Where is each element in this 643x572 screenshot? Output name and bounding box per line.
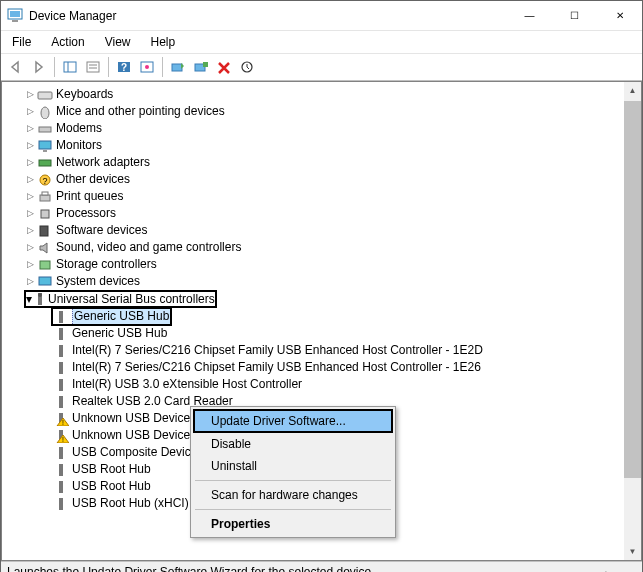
menu-file[interactable]: File	[9, 34, 34, 50]
svg-rect-27	[40, 226, 48, 236]
status-bar: Launches the Update Driver Software Wiza…	[1, 561, 642, 572]
svg-rect-14	[203, 62, 208, 67]
device-manager-window: Device Manager — ☐ ✕ File Action View He…	[0, 0, 643, 572]
tree-node-generic-usb-hub-2[interactable]: Generic USB Hub	[2, 325, 641, 342]
tree-node-processors[interactable]: ▷Processors	[2, 205, 641, 222]
usb-device-icon	[53, 343, 69, 359]
tree-node-monitors[interactable]: ▷Monitors	[2, 137, 641, 154]
svg-text:!: !	[62, 436, 64, 443]
keyboard-icon	[37, 87, 53, 103]
svg-rect-36	[59, 379, 63, 391]
context-properties[interactable]: Properties	[193, 513, 393, 535]
usb-warning-icon: !	[53, 411, 69, 427]
app-icon	[7, 8, 23, 24]
software-icon	[37, 223, 53, 239]
tree-node-intel-2[interactable]: Intel(R) 7 Series/C216 Chipset Family US…	[2, 359, 641, 376]
usb-device-icon	[53, 394, 69, 410]
svg-rect-35	[59, 362, 63, 374]
svg-point-31	[38, 293, 42, 297]
tree-node-usb[interactable]: Universal Serial Bus controllers	[48, 292, 215, 306]
context-disable[interactable]: Disable	[193, 433, 393, 455]
toolbar: ?	[1, 53, 642, 81]
window-title: Device Manager	[29, 9, 507, 23]
svg-point-17	[41, 107, 49, 119]
scrollbar[interactable]: ▲ ▼	[624, 82, 641, 560]
svg-rect-45	[59, 498, 63, 510]
titlebar: Device Manager — ☐ ✕	[1, 1, 642, 31]
scan-hardware-button[interactable]	[236, 56, 258, 78]
context-uninstall[interactable]: Uninstall	[193, 455, 393, 477]
sound-icon	[37, 240, 53, 256]
tree-node-print[interactable]: ▷Print queues	[2, 188, 641, 205]
minimize-button[interactable]: —	[507, 1, 552, 30]
context-scan[interactable]: Scan for hardware changes	[193, 484, 393, 506]
help-button[interactable]: ?	[113, 56, 135, 78]
svg-rect-37	[59, 396, 63, 408]
tree-node-intel-3[interactable]: Intel(R) USB 3.0 eXtensible Host Control…	[2, 376, 641, 393]
svg-rect-19	[39, 141, 51, 149]
mouse-icon	[37, 104, 53, 120]
system-icon	[37, 274, 53, 290]
tree-node-sound[interactable]: ▷Sound, video and game controllers	[2, 239, 641, 256]
tree-node-storage[interactable]: ▷Storage controllers	[2, 256, 641, 273]
tree-node-system[interactable]: ▷System devices	[2, 273, 641, 290]
context-update-driver[interactable]: Update Driver Software...	[193, 409, 393, 433]
tree-node-generic-usb-hub-1[interactable]: Generic USB Hub	[52, 308, 171, 325]
svg-rect-43	[59, 464, 63, 476]
show-hide-tree-button[interactable]	[59, 56, 81, 78]
cpu-icon	[37, 206, 53, 222]
tree-node-modems[interactable]: ▷Modems	[2, 120, 641, 137]
usb-device-icon	[53, 377, 69, 393]
svg-rect-28	[40, 261, 50, 269]
uninstall-button[interactable]	[190, 56, 212, 78]
tree-node-software[interactable]: ▷Software devices	[2, 222, 641, 239]
usb-device-icon	[53, 309, 69, 325]
tree-node-keyboards[interactable]: ▷Keyboards	[2, 86, 641, 103]
disable-button[interactable]	[213, 56, 235, 78]
svg-rect-26	[41, 210, 49, 218]
menubar: File Action View Help	[1, 31, 642, 53]
usb-icon	[32, 292, 48, 306]
network-icon	[37, 155, 53, 171]
svg-text:?: ?	[42, 176, 47, 186]
usb-device-icon	[53, 462, 69, 478]
tree-node-intel-1[interactable]: Intel(R) 7 Series/C216 Chipset Family US…	[2, 342, 641, 359]
svg-rect-29	[39, 277, 51, 285]
usb-device-icon	[53, 326, 69, 342]
usb-device-icon	[53, 496, 69, 512]
storage-icon	[37, 257, 53, 273]
tree-node-mice[interactable]: ▷Mice and other pointing devices	[2, 103, 641, 120]
usb-device-icon	[53, 479, 69, 495]
menu-view[interactable]: View	[102, 34, 134, 50]
properties-button[interactable]	[82, 56, 104, 78]
update-driver-button[interactable]	[167, 56, 189, 78]
monitor-icon	[37, 138, 53, 154]
svg-text:!: !	[62, 419, 64, 426]
menu-help[interactable]: Help	[148, 34, 179, 50]
svg-rect-24	[40, 195, 50, 201]
tree-node-other[interactable]: ▷?Other devices	[2, 171, 641, 188]
usb-warning-icon: !	[53, 428, 69, 444]
device-tree[interactable]: ▷Keyboards ▷Mice and other pointing devi…	[1, 81, 642, 561]
svg-rect-16	[38, 92, 52, 99]
svg-rect-34	[59, 345, 63, 357]
scroll-thumb[interactable]	[624, 101, 641, 478]
svg-rect-2	[12, 20, 18, 22]
svg-point-11	[145, 65, 149, 69]
back-button[interactable]	[5, 56, 27, 78]
scroll-down-button[interactable]: ▼	[624, 543, 641, 560]
maximize-button[interactable]: ☐	[552, 1, 597, 30]
svg-text:?: ?	[121, 62, 127, 73]
action-button[interactable]	[136, 56, 158, 78]
usb-device-icon	[53, 360, 69, 376]
close-button[interactable]: ✕	[597, 1, 642, 30]
forward-button[interactable]	[28, 56, 50, 78]
svg-rect-12	[172, 64, 182, 71]
usb-device-icon	[53, 445, 69, 461]
tree-node-network[interactable]: ▷Network adapters	[2, 154, 641, 171]
svg-rect-20	[43, 150, 47, 152]
svg-rect-5	[87, 62, 99, 72]
scroll-up-button[interactable]: ▲	[624, 82, 641, 99]
context-menu: Update Driver Software... Disable Uninst…	[190, 406, 396, 538]
menu-action[interactable]: Action	[48, 34, 87, 50]
